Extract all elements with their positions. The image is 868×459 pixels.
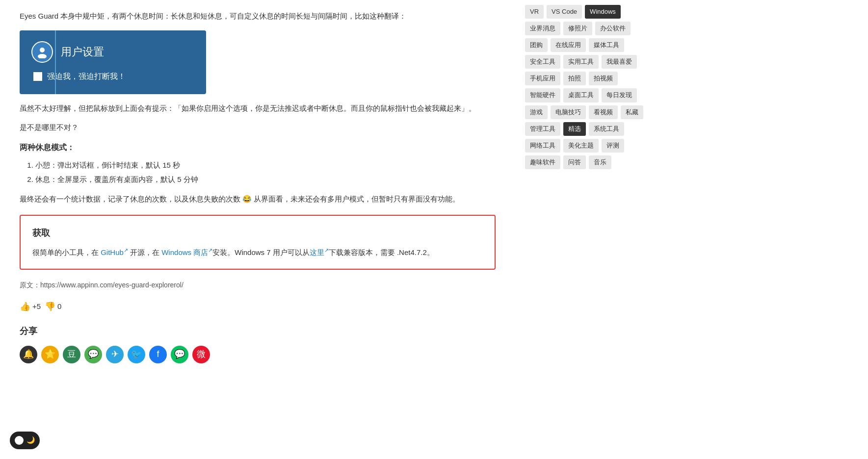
reaction-row: 👍 +5 👎 0 [20,299,496,314]
ext-icon-github: ↗ [124,247,128,253]
like-button[interactable]: 👍 +5 [20,299,41,314]
telegram-share-icon[interactable]: ✈ [106,346,124,363]
sidebar-tag[interactable]: 管理工具 [525,122,560,136]
mode-list: 小憩：弹出对话框，倒计时结束，默认 15 秒 休息：全屏显示，覆盖所有桌面内容，… [35,159,496,186]
sidebar-tag[interactable]: 拍照 [563,72,586,85]
source-text: 原文：https://www.appinn.com/eyes-guard-exp… [20,280,496,291]
svg-point-1 [38,54,47,58]
wechat-share-icon[interactable]: 💬 [171,346,188,363]
sidebar-tag[interactable]: 实用工具 [563,55,599,69]
thumbs-down-icon: 👎 [45,299,55,314]
sidebar-tag[interactable]: 每日发现 [602,88,637,102]
sidebar-tag[interactable]: 系统工具 [589,122,624,136]
ext-icon-here: ↗ [324,247,329,253]
acquire-box: 获取 很简单的小工具，在 GitHub↗ 开源，在 Windows 商店↗安装。… [20,215,496,270]
windows-store-link[interactable]: Windows 商店 [161,248,208,256]
sidebar-tag[interactable]: VS Code [547,5,582,19]
dislike-button[interactable]: 👎 0 [45,299,61,314]
acquire-text: 很简单的小工具，在 GitHub↗ 开源，在 Windows 商店↗安装。Win… [32,246,483,259]
sidebar-tag[interactable]: 在线应用 [551,38,586,52]
avatar-icon [31,41,53,63]
settings-subtitle-row: 强迫我，强迫打断我！ [33,70,194,83]
here-link[interactable]: 这里 [310,248,324,256]
acquire-title: 获取 [32,226,483,241]
mode-item-1: 小憩：弹出对话框，倒计时结束，默认 15 秒 [35,159,496,172]
sidebar-tag[interactable]: 安全工具 [525,55,560,69]
sidebar-tag[interactable]: 智能硬件 [525,88,560,102]
sidebar-tag[interactable]: 办公软件 [595,22,631,35]
sidebar-tag[interactable]: 评测 [602,139,624,153]
sidebar-tag[interactable]: 桌面工具 [563,88,599,102]
star-share-icon[interactable]: ⭐ [41,346,59,363]
sidebar-tag[interactable]: 我最喜爱 [602,55,637,69]
final-text: 最终还会有一个统计数据，记录了休息的次数，以及休息失败的次数 😂 从界面看，未来… [20,193,496,205]
sidebar-tag[interactable]: 游戏 [525,105,548,119]
intro-text: Eyes Guard 本身中规中矩，有两个休息时间：长休息和短休息，可自定义休息… [20,10,496,23]
bell-share-icon[interactable]: 🔔 [20,346,37,363]
twitter-share-icon[interactable]: 🐦 [128,346,145,363]
sidebar-tag[interactable]: 问答 [563,155,586,169]
weibo-share-icon[interactable]: 微 [192,346,210,363]
tag-group: VRVS CodeWindows业界消息修照片办公软件团购在线应用媒体工具安全工… [525,5,653,169]
share-title: 分享 [20,324,496,339]
sidebar-tag[interactable]: 手机应用 [525,72,560,85]
user-settings-image: 用户设置 强迫我，强迫打断我！ [20,30,206,94]
divider-line [55,30,56,94]
sidebar-tag[interactable]: 网络工具 [525,139,560,153]
sidebar-tag[interactable]: Windows [585,5,621,19]
question-text: 是不是哪里不对？ [20,121,496,134]
sidebar-tag[interactable]: 精选 [563,122,586,136]
section-heading: 两种休息模式： [20,141,496,154]
share-icons: 🔔 ⭐ 豆 💬 ✈ 🐦 f 💬 微 [20,346,496,363]
sidebar-tag[interactable]: VR [525,5,544,19]
thumbs-up-icon: 👍 [20,299,30,314]
message-share-icon[interactable]: 💬 [84,346,102,363]
sidebar-tag[interactable]: 媒体工具 [589,38,624,52]
settings-subtitle: 强迫我，强迫打断我！ [47,70,126,83]
sidebar-tag[interactable]: 拍视频 [589,72,618,85]
sidebar-tag[interactable]: 电脑技巧 [551,105,586,119]
settings-title: 用户设置 [61,43,104,61]
sidebar-tag[interactable]: 趣味软件 [525,155,560,169]
sidebar-tag[interactable]: 音乐 [589,155,611,169]
white-square-icon [33,72,42,81]
dislike-count: 0 [57,300,61,313]
sidebar-tag[interactable]: 美化主题 [563,139,599,153]
sidebar: VRVS CodeWindows业界消息修照片办公软件团购在线应用媒体工具安全工… [515,0,662,383]
sidebar-tag[interactable]: 业界消息 [525,22,560,35]
facebook-share-icon[interactable]: f [149,346,167,363]
mode-item-2: 休息：全屏显示，覆盖所有桌面内容，默认 5 分钟 [35,173,496,186]
like-count: +5 [32,300,41,313]
ext-icon-store: ↗ [208,247,212,253]
svg-point-0 [40,48,45,52]
github-link[interactable]: GitHub [101,248,124,256]
douban-share-icon[interactable]: 豆 [63,346,80,363]
sidebar-tag[interactable]: 修照片 [563,22,592,35]
main-content: Eyes Guard 本身中规中矩，有两个休息时间：长休息和短休息，可自定义休息… [0,0,515,383]
sidebar-tag[interactable]: 私藏 [621,105,643,119]
sidebar-tag[interactable]: 看视频 [589,105,618,119]
description-text: 虽然不太好理解，但把鼠标放到上面会有提示：「如果你启用这个选项，你是无法推迟或者… [20,102,496,115]
sidebar-tag[interactable]: 团购 [525,38,548,52]
